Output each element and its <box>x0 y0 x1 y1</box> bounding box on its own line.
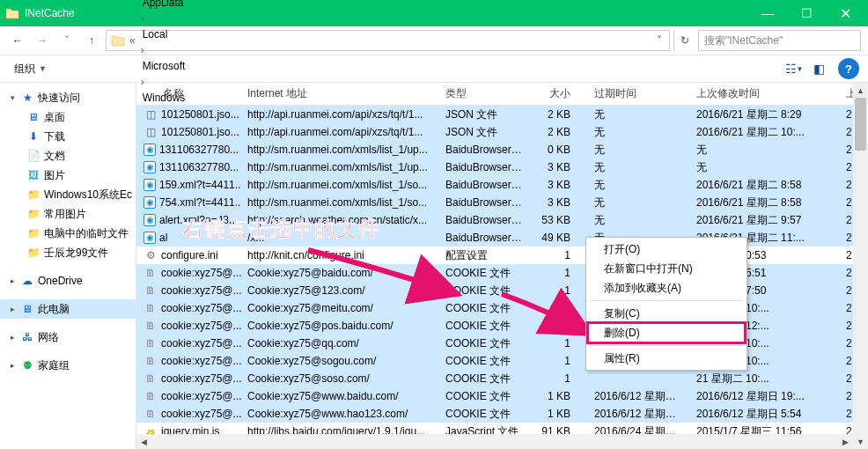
chevron-right-icon[interactable]: « <box>128 34 137 47</box>
file-modified: 2016/6/12 星期日 19:... <box>691 389 841 404</box>
ctx-properties[interactable]: 属性(R) <box>588 349 745 368</box>
organize-button[interactable]: 组织 ▼ <box>9 56 52 81</box>
network-icon: 🖧 <box>20 330 34 344</box>
file-name: cookie:xyz75@... <box>161 320 242 332</box>
nav-tempfiles[interactable]: 📁电脑中的临时文件 <box>0 224 136 243</box>
file-row[interactable]: ◫101250801.jso...http://api.ruanmei.com/… <box>136 123 868 141</box>
col-type[interactable]: 类型 <box>440 86 528 101</box>
menu-separator <box>590 345 743 346</box>
nav-this-pc[interactable]: ▸🖥此电脑 <box>0 299 136 319</box>
vertical-scrollbar[interactable]: ▲ ▼ <box>853 83 868 449</box>
file-row[interactable]: 🗎cookie:xyz75@...Cookie:xyz75@baidu.com/… <box>136 264 868 282</box>
nav-network[interactable]: ▸🖧网络 <box>0 328 136 347</box>
nav-renchen[interactable]: 📁壬辰龙99文件 <box>0 243 136 262</box>
refresh-button[interactable]: ↻ <box>673 30 695 51</box>
ctx-open[interactable]: 打开(O) <box>588 239 745 259</box>
col-expire[interactable]: 过期时间 <box>577 86 691 101</box>
col-size[interactable]: 大小 <box>528 86 577 101</box>
file-name: cookie:xyz75@... <box>161 372 242 385</box>
file-row[interactable]: ◫101250801.jso...http://api.ruanmei.com/… <box>136 106 868 123</box>
scroll-thumb[interactable] <box>855 98 866 151</box>
ctx-delete[interactable]: 删除(D) <box>588 323 745 342</box>
chevron-right-icon[interactable]: › <box>139 12 146 25</box>
file-url: Cookie:xyz75@baidu.com/ <box>242 267 440 279</box>
file-size: 3 KB <box>528 161 577 173</box>
col-modified[interactable]: 上次修改时间 <box>691 86 841 101</box>
preview-pane-button[interactable]: ◧ <box>806 58 831 79</box>
file-row[interactable]: ◉131106327780...http://sm.ruanmei.com/xm… <box>136 158 868 176</box>
close-button[interactable]: ✕ <box>826 0 864 26</box>
scroll-down-icon[interactable]: ▼ <box>853 434 868 449</box>
file-row[interactable]: ◉159.xml?t=4411...http://sm.ruanmei.com/… <box>136 176 868 194</box>
nav-win10[interactable]: 📁Windows10系统Ec <box>0 185 136 204</box>
expand-caret-icon[interactable]: ▾ <box>11 93 15 102</box>
file-row[interactable]: 🗎cookie:xyz75@...Cookie:xyz75@123.com/CO… <box>136 282 868 299</box>
window-title: INetCache <box>25 7 748 19</box>
expand-caret-icon[interactable]: ▸ <box>11 276 15 285</box>
breadcrumb-bar[interactable]: « 用户›xyz75›AppData›Local›Microsoft›Windo… <box>106 30 670 51</box>
file-size: 1 <box>528 337 577 350</box>
file-name: cookie:xyz75@... <box>161 355 242 367</box>
address-dropdown-icon[interactable]: ˅ <box>653 34 666 47</box>
file-size: 2 KB <box>528 126 577 138</box>
ctx-copy[interactable]: 复制(C) <box>588 304 745 323</box>
file-row[interactable]: 🗎cookie:xyz75@...Cookie:xyz75@www.hao123… <box>136 405 868 423</box>
file-row[interactable]: 🗎cookie:xyz75@...Cookie:xyz75@sogou.com/… <box>136 352 868 370</box>
file-type: BaiduBrowser H... <box>440 196 528 209</box>
file-expire: 2016/6/12 星期日 23:... <box>577 407 691 422</box>
toolbar: 组织 ▼ ☷ ▼ ◧ ? <box>0 55 868 83</box>
breadcrumb-segment[interactable]: AppData <box>139 0 196 12</box>
maximize-button[interactable]: ☐ <box>787 0 826 26</box>
minimize-button[interactable]: — <box>748 0 787 26</box>
file-expire: 无 <box>577 213 691 228</box>
search-input[interactable]: 搜索"INetCache" <box>698 30 861 51</box>
help-button[interactable]: ? <box>838 58 859 79</box>
nav-homegroup[interactable]: ▸⚉家庭组 <box>0 356 136 375</box>
horizontal-scrollbar[interactable]: ◀ ▶ <box>136 434 853 449</box>
nav-quick-access[interactable]: ▾★快速访问 <box>0 88 136 107</box>
file-name: alert.xml?a=43... <box>159 214 238 226</box>
scroll-right-icon[interactable]: ▶ <box>838 434 853 449</box>
breadcrumb-segment[interactable]: Microsoft <box>139 56 196 76</box>
file-name: cookie:xyz75@... <box>161 337 242 350</box>
up-button[interactable]: ↑ <box>81 30 102 51</box>
expand-caret-icon[interactable]: ▸ <box>11 333 15 342</box>
nav-pictures[interactable]: 🖼图片 <box>0 166 136 185</box>
file-row[interactable]: ◉alert.xml?a=43...http://search.weather.… <box>136 211 868 229</box>
back-button[interactable]: ← <box>7 30 28 51</box>
nav-onedrive[interactable]: ▸☁OneDrive <box>0 271 136 291</box>
col-name[interactable]: 名称 <box>136 86 242 101</box>
nav-desktop[interactable]: 🖥桌面 <box>0 107 136 127</box>
expand-caret-icon[interactable]: ▸ <box>11 305 15 313</box>
file-name: 101250801.jso... <box>161 126 239 138</box>
ctx-add-favorite[interactable]: 添加到收藏夹(A) <box>588 278 745 298</box>
file-row[interactable]: ⚙configure.inihttp://knit.cn/configure.i… <box>136 247 868 264</box>
view-mode-button[interactable]: ☷ ▼ <box>782 58 806 79</box>
nav-documents[interactable]: 📄文档 <box>0 146 136 166</box>
file-row[interactable]: ◉754.xml?t=4411...http://sm.ruanmei.com/… <box>136 194 868 211</box>
file-expire: 无 <box>577 160 691 175</box>
nav-commonpic[interactable]: 📁常用图片 <box>0 204 136 224</box>
col-url[interactable]: Internet 地址 <box>242 86 440 101</box>
file-row[interactable]: 🗎cookie:xyz75@...Cookie:xyz75@www.baidu.… <box>136 387 868 405</box>
file-row[interactable]: ◉al/x...BaiduBrowser H...49 KB无2016/6/21… <box>136 229 868 247</box>
file-url: http://search.weather.com.cn/static/x... <box>242 214 440 226</box>
file-row[interactable]: ◉131106327780...http://sm.ruanmei.com/xm… <box>136 141 868 158</box>
file-row[interactable]: 🗎cookie:xyz75@...Cookie:xyz75@meitu.com/… <box>136 299 868 317</box>
forward-button[interactable]: → <box>32 30 53 51</box>
nav-downloads[interactable]: ⬇下载 <box>0 127 136 146</box>
chevron-right-icon[interactable]: › <box>139 44 146 56</box>
file-row[interactable]: 🗎cookie:xyz75@...Cookie:xyz75@soso.com/C… <box>136 370 868 387</box>
file-name: configure.ini <box>161 249 218 261</box>
breadcrumb-segment[interactable]: Local <box>139 25 196 44</box>
file-row[interactable]: 🗎cookie:xyz75@...Cookie:xyz75@pos.baidu.… <box>136 317 868 335</box>
file-icon: 🗎 <box>143 354 158 368</box>
recent-dropdown-icon[interactable]: ˅ <box>56 30 77 51</box>
file-row[interactable]: 🗎cookie:xyz75@...Cookie:xyz75@qq.com/COO… <box>136 335 868 352</box>
file-icon: ◉ <box>143 232 156 244</box>
scroll-up-icon[interactable]: ▲ <box>853 83 868 98</box>
expand-caret-icon[interactable]: ▸ <box>11 361 15 370</box>
file-type: BaiduBrowser H... <box>440 161 528 173</box>
scroll-left-icon[interactable]: ◀ <box>136 434 151 449</box>
ctx-open-new-window[interactable]: 在新窗口中打开(N) <box>588 259 745 278</box>
